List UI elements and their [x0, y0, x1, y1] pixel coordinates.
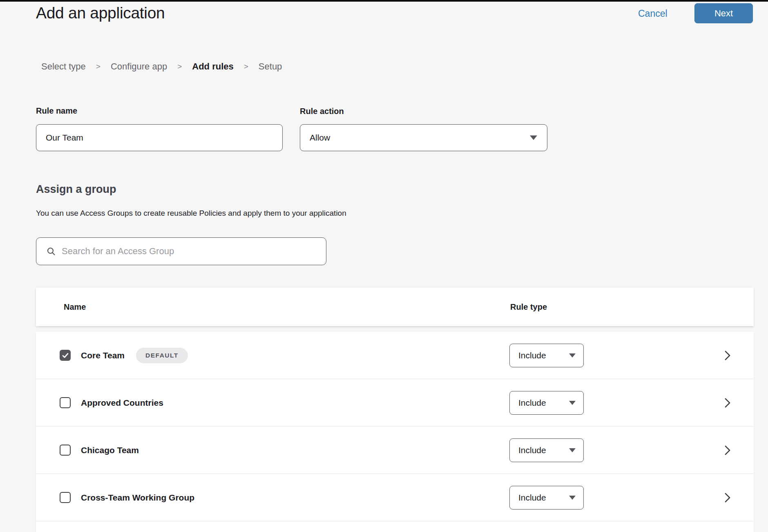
- rule-action-select[interactable]: Allow: [300, 124, 547, 151]
- table-row: Chicago Team Include: [36, 427, 754, 474]
- table-row: Cross-Team Working Group Include: [36, 474, 754, 521]
- caret-down-icon: [569, 353, 576, 358]
- rule-type-value: Include: [518, 445, 546, 455]
- rule-type-select[interactable]: Include: [509, 486, 584, 510]
- caret-down-icon: [569, 401, 576, 405]
- chevron-right-icon: [723, 444, 732, 457]
- breadcrumb: Select type > Configure app > Add rules …: [41, 61, 282, 72]
- row-checkbox[interactable]: [60, 397, 71, 408]
- rule-action-value: Allow: [310, 133, 330, 143]
- row-expand-button[interactable]: [721, 349, 734, 362]
- caret-down-icon: [569, 496, 576, 500]
- default-badge: DEFAULT: [136, 348, 188, 363]
- rule-name-input[interactable]: [36, 124, 283, 151]
- column-header-rule-type: Rule type: [510, 302, 547, 312]
- group-name: Approved Countries: [81, 398, 163, 408]
- column-header-name: Name: [64, 302, 86, 312]
- breadcrumb-separator: >: [244, 62, 248, 71]
- row-expand-button[interactable]: [721, 396, 734, 410]
- rule-type-value: Include: [518, 493, 546, 503]
- assign-group-heading: Assign a group: [36, 183, 116, 196]
- rule-type-value: Include: [518, 398, 546, 408]
- row-expand-button[interactable]: [721, 443, 734, 457]
- breadcrumb-step-configure-app[interactable]: Configure app: [111, 61, 167, 72]
- row-expand-button[interactable]: [721, 491, 734, 505]
- rule-type-select[interactable]: Include: [509, 344, 584, 367]
- chevron-right-icon: [723, 349, 732, 362]
- group-name: Core Team: [81, 351, 125, 360]
- page-title: Add an application: [36, 3, 165, 23]
- caret-down-icon: [530, 136, 537, 140]
- breadcrumb-separator: >: [96, 62, 100, 71]
- search-input[interactable]: [62, 246, 320, 257]
- row-checkbox[interactable]: [60, 350, 71, 361]
- rule-type-select[interactable]: Include: [509, 438, 584, 462]
- breadcrumb-step-select-type[interactable]: Select type: [41, 61, 86, 72]
- rule-action-label: Rule action: [300, 107, 344, 116]
- rule-type-select[interactable]: Include: [509, 391, 584, 415]
- breadcrumb-separator: >: [177, 62, 182, 71]
- breadcrumb-step-setup[interactable]: Setup: [259, 61, 282, 72]
- table-row: Approved Countries Include: [36, 379, 754, 427]
- group-name: Cross-Team Working Group: [81, 493, 194, 503]
- rule-type-value: Include: [518, 351, 546, 360]
- assign-group-description: You can use Access Groups to create reus…: [36, 209, 346, 218]
- table-row-partial: [36, 521, 754, 532]
- group-name: Chicago Team: [81, 445, 139, 455]
- breadcrumb-step-add-rules[interactable]: Add rules: [192, 61, 233, 72]
- table-header: Name Rule type: [36, 288, 754, 326]
- cancel-button[interactable]: Cancel: [638, 8, 668, 19]
- table-row: Core Team DEFAULT Include: [36, 332, 754, 379]
- next-button[interactable]: Next: [694, 3, 753, 23]
- top-edge-bar: [0, 0, 768, 2]
- chevron-right-icon: [723, 396, 732, 409]
- caret-down-icon: [569, 448, 576, 452]
- checkmark-icon: [62, 352, 69, 359]
- row-checkbox[interactable]: [60, 492, 71, 503]
- access-group-table: Core Team DEFAULT Include Approved Count…: [36, 332, 754, 532]
- rule-name-label: Rule name: [36, 106, 77, 116]
- access-group-search[interactable]: [36, 237, 326, 265]
- chevron-right-icon: [723, 491, 732, 504]
- search-icon: [46, 246, 56, 256]
- row-checkbox[interactable]: [60, 445, 71, 456]
